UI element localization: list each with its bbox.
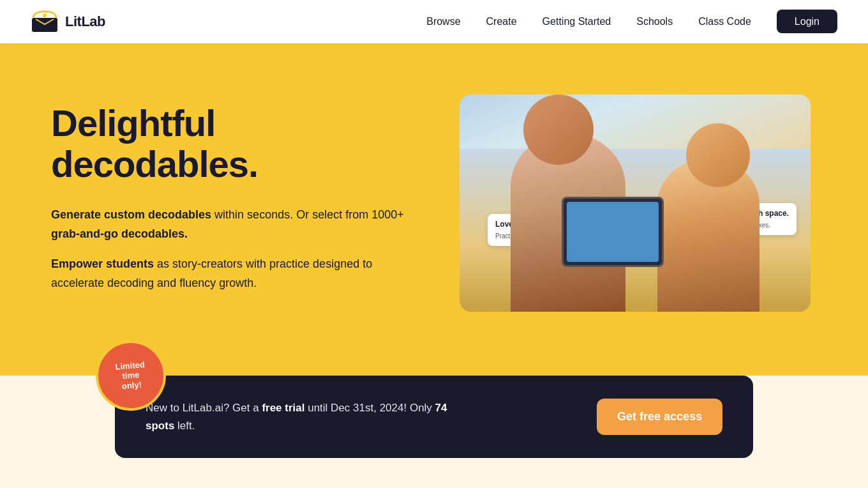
hero-desc-2: Empower students as story-creators with …: [51, 254, 421, 293]
nav-links: Browse Create Getting Started Schools Cl…: [426, 16, 837, 27]
hero-desc-1-bold2: grab-and-go decodables.: [51, 227, 188, 240]
hero-content: Delightful decodables. Generate custom d…: [51, 103, 460, 303]
nav-schools[interactable]: Schools: [636, 16, 673, 27]
get-free-access-button[interactable]: Get free access: [597, 399, 722, 435]
hero-image: Loves unicorns. Practicing /sh/ digraphs…: [460, 95, 811, 312]
hero-desc-1: Generate custom decodables within second…: [51, 205, 421, 244]
hero-image-area: Loves unicorns. Practicing /sh/ digraphs…: [460, 95, 817, 312]
hero-title: Delightful decodables.: [51, 103, 421, 185]
logo-text: LitLab: [65, 13, 105, 30]
kids-illustration: [460, 149, 811, 312]
promo-text: New to LitLab.ai? Get a free trial until…: [146, 399, 477, 434]
badge-line3: only!: [121, 379, 142, 391]
svg-point-1: [43, 13, 47, 17]
logo-link[interactable]: LitLab: [31, 10, 105, 33]
promo-free-trial: free trial: [262, 402, 304, 414]
promo-text-mid: until Dec 31st, 2024! Only: [304, 402, 435, 414]
nav-getting-started[interactable]: Getting Started: [542, 16, 611, 27]
logo-icon: [31, 10, 59, 33]
promo-card: New to LitLab.ai? Get a free trial until…: [115, 376, 753, 458]
nav-create[interactable]: Create: [486, 16, 517, 27]
login-button[interactable]: Login: [777, 10, 837, 33]
nav-browse[interactable]: Browse: [426, 16, 460, 27]
hero-desc-2-bold: Empower students: [51, 257, 154, 270]
nav-class-code[interactable]: Class Code: [698, 16, 751, 27]
hero-desc-1-bold1: Generate custom decodables: [51, 208, 211, 221]
hero-section: Delightful decodables. Generate custom d…: [0, 43, 868, 376]
promo-text-end: left.: [174, 420, 195, 432]
navbar: LitLab Browse Create Getting Started Sch…: [0, 0, 868, 43]
promo-text-start: New to LitLab.ai? Get a: [146, 402, 262, 414]
promo-section: Limited time only! New to LitLab.ai? Get…: [0, 376, 868, 488]
